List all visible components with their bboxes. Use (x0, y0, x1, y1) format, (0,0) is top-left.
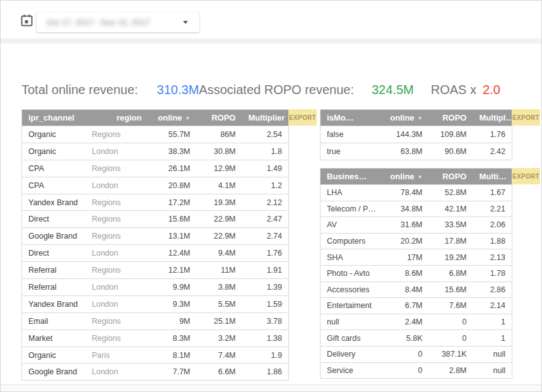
column-header-busines[interactable]: Busines… (321, 169, 381, 185)
export-button-channel-region[interactable]: EXPORT (288, 109, 317, 126)
table-cell: 387.1K (429, 346, 473, 362)
table-row: OrganicLondon38.3M30.8M1.8 (22, 143, 289, 160)
assoc-ropo-revenue-value: 324.5M (372, 83, 414, 97)
table-row: DirectRegions15.6M22.9M2.47 (22, 211, 289, 228)
table-cell: Delivery (321, 346, 381, 362)
table-cell: Regions (86, 228, 148, 245)
column-header-ipr-channel[interactable]: ipr_channel (22, 110, 86, 126)
table-cell: Yandex Brand (22, 194, 86, 211)
table-cell: 2.54 (242, 126, 289, 143)
table-cell: London (86, 295, 148, 312)
date-range-text: Oct 17, 2017 - Nov 15, 2017 (47, 18, 150, 27)
export-button-is-mobile[interactable]: EXPORT (512, 109, 540, 126)
table-row: OrganicParis8.1M7.4M1.9 (22, 347, 289, 364)
table-cell: null (321, 314, 381, 330)
table-cell: Regions (86, 330, 148, 347)
table-row: DirectLondon12.4M9.4M1.76 (22, 245, 289, 262)
table-cell: 11M (197, 262, 242, 279)
table-row: true63.8M90.6M2.42 (321, 143, 512, 160)
table-row: ReferralRegions12.1M11M1.91 (22, 262, 289, 279)
caret-down-icon (183, 21, 188, 24)
table-row: Google BrandRegions13.1M22.9M2.74 (22, 228, 289, 245)
table-cell: 12.1M (148, 262, 197, 279)
column-header-multi[interactable]: Multi… (473, 169, 512, 185)
table-cell: 2.47 (242, 211, 289, 228)
column-header-online[interactable]: online▼ (148, 110, 197, 126)
total-online-revenue-label: Total online revenue: (21, 83, 138, 97)
section-divider (1, 39, 541, 44)
table-cell: 63.8M (381, 143, 429, 160)
column-header-region[interactable]: region (86, 110, 148, 126)
table-cell: 109.8M (429, 126, 473, 143)
table-cell: 6.8M (429, 265, 473, 282)
table-cell: 1 (473, 330, 512, 347)
table-cell: 3.8M (197, 279, 242, 296)
table-cell: 15.6M (429, 282, 473, 298)
report-page: Oct 17, 2017 - Nov 15, 2017 Total online… (0, 0, 542, 392)
table-row: LHA78.4M52.8M1.67 (321, 185, 512, 201)
table-row: false144.3M109.8M1.76 (321, 126, 512, 143)
table-cell: true (321, 143, 381, 160)
table-cell: 2.4M (381, 314, 429, 330)
table-cell: 6.6M (197, 364, 242, 381)
table-cell: 5.8K (381, 330, 429, 347)
column-header-online[interactable]: online▼ (381, 169, 429, 185)
table-cell: Regions (86, 312, 148, 330)
table-cell: 90.6M (429, 143, 473, 160)
table-cell: 7.4M (197, 347, 242, 364)
table-cell: 1.91 (242, 262, 289, 279)
table-cell: 2.12 (242, 194, 289, 211)
export-button-business[interactable]: EXPORT (512, 168, 540, 184)
table-cell: Organic (22, 143, 86, 160)
table-cell: 15.6M (148, 211, 197, 228)
table-cell: 1.76 (242, 245, 289, 262)
table-cell: 78.4M (381, 185, 429, 201)
table-cell: 1.9 (242, 347, 289, 364)
table-cell: 1.88 (473, 233, 512, 249)
column-header-ropo[interactable]: ROPO (429, 110, 473, 126)
table-cell: Paris (86, 347, 148, 364)
table-cell: 8.1M (148, 347, 197, 364)
table-cell: 30.8M (197, 143, 242, 160)
table-cell: 144.3M (381, 126, 429, 143)
table-cell: 12.9M (197, 160, 242, 177)
column-header-online[interactable]: online▼ (381, 110, 429, 126)
table-cell: 2.8M (429, 362, 473, 379)
table-cell: 9M (148, 312, 197, 330)
column-header-multiplier[interactable]: Multiplier (242, 110, 289, 126)
table-cell: 1.76 (473, 126, 512, 143)
table-cell: Referral (22, 279, 86, 296)
table-cell: 19.3M (197, 194, 242, 211)
table-row: Service02.8Mnull (321, 362, 512, 379)
table-cell: 26.1M (148, 160, 197, 177)
table-cell: 8.3M (148, 330, 197, 347)
table-cell: 2.42 (473, 143, 512, 160)
column-header-ropo[interactable]: ROPO (197, 110, 242, 126)
table-cell: 3.2M (197, 330, 242, 347)
table-cell: 6.7M (381, 298, 429, 314)
table-cell: 0 (381, 346, 429, 362)
table-cell: Computers (321, 233, 381, 249)
table-cell: Accessories (321, 282, 381, 298)
table-header-row: Busines…online▼ROPOMulti… (321, 169, 512, 185)
table-cell: 0 (429, 314, 473, 330)
sort-desc-icon: ▼ (418, 116, 423, 121)
table-cell: Regions (86, 126, 148, 143)
column-header-ismo[interactable]: isMo… (321, 110, 381, 126)
table-cell: 3.78 (242, 312, 289, 330)
table-cell: 38.3M (148, 143, 197, 160)
table-cell: 2.21 (473, 201, 512, 217)
table-row: OrganicRegions55.7M86M2.54 (22, 126, 289, 143)
table-cell: 2.06 (473, 217, 512, 234)
table-row: Computers20.2M17.8M1.88 (321, 233, 512, 249)
calendar-icon (21, 14, 33, 27)
table-row: Telecom / P…34.8M42.1M2.21 (321, 201, 512, 217)
total-online-revenue-value: 310.3M (157, 83, 199, 97)
column-header-ropo[interactable]: ROPO (429, 169, 473, 185)
table-cell: 25.1M (197, 312, 242, 330)
channel-region-table: ipr_channelregiononline▼ROPOMultiplierOr… (21, 109, 289, 381)
table-cell: LHA (321, 185, 381, 201)
date-range-picker[interactable]: Oct 17, 2017 - Nov 15, 2017 (37, 13, 199, 32)
column-header-multipl[interactable]: Multipl… (473, 110, 512, 126)
table-cell: 86M (197, 126, 242, 143)
